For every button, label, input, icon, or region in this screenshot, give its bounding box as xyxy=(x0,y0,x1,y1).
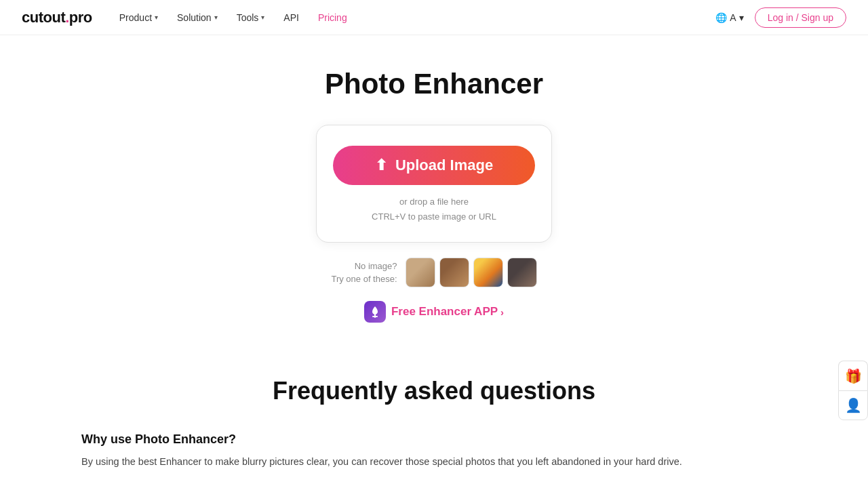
upload-box: ⬆ Upload Image or drop a file here CTRL+… xyxy=(316,125,552,243)
page-title: Photo Enhancer xyxy=(325,68,543,100)
nav-item-tools[interactable]: Tools ▾ xyxy=(237,12,265,23)
logo[interactable]: cutout.pro xyxy=(22,9,92,26)
sample-label: No image? Try one of these: xyxy=(331,260,397,286)
nav-item-product[interactable]: Product ▾ xyxy=(119,12,158,23)
language-selector[interactable]: 🌐 A ▾ xyxy=(715,12,743,23)
upload-image-button[interactable]: ⬆ Upload Image xyxy=(333,146,535,185)
chevron-down-icon: ▾ xyxy=(261,14,264,21)
login-button[interactable]: Log in / Sign up xyxy=(755,7,846,28)
nav-right: 🌐 A ▾ Log in / Sign up xyxy=(715,7,846,28)
sample-thumb-2[interactable] xyxy=(439,258,469,287)
hero-section: Photo Enhancer ⬆ Upload Image or drop a … xyxy=(0,35,868,336)
faq-title: Frequently asked questions xyxy=(81,377,787,405)
nav-item-solution[interactable]: Solution ▾ xyxy=(177,12,218,23)
app-link-label: Free Enhancer APP › xyxy=(391,305,504,319)
faq-answer-1: By using the best Enhancer to make blurr… xyxy=(81,453,787,470)
app-link-row[interactable]: Free Enhancer APP › xyxy=(364,301,504,323)
faq-section: Frequently asked questions Why use Photo… xyxy=(0,336,868,488)
side-buttons: 🎁 👤 xyxy=(838,361,868,420)
app-icon xyxy=(364,301,386,323)
sample-thumb-4[interactable] xyxy=(507,258,537,287)
chevron-down-icon: ▾ xyxy=(214,14,218,21)
sample-images-row: No image? Try one of these: xyxy=(331,258,536,287)
nav-item-api[interactable]: API xyxy=(283,12,299,23)
upload-hint: or drop a file here CTRL+V to paste imag… xyxy=(372,195,496,224)
navbar: cutout.pro Product ▾ Solution ▾ Tools ▾ … xyxy=(0,0,868,35)
chevron-down-icon: ▾ xyxy=(739,12,744,23)
upload-icon: ⬆ xyxy=(375,157,387,174)
arrow-icon: › xyxy=(500,306,504,318)
sample-thumb-1[interactable] xyxy=(406,258,435,287)
lang-label: A xyxy=(730,12,736,23)
sample-thumbnails xyxy=(406,258,537,287)
faq-item-1: Why use Photo Enhancer? By using the bes… xyxy=(81,432,787,470)
user-button[interactable]: 👤 xyxy=(838,390,868,420)
gift-button[interactable]: 🎁 xyxy=(838,361,868,390)
faq-question-1: Why use Photo Enhancer? xyxy=(81,432,787,447)
user-icon: 👤 xyxy=(845,397,862,413)
nav-item-pricing[interactable]: Pricing xyxy=(318,12,347,23)
globe-icon: 🌐 xyxy=(715,12,727,23)
chevron-down-icon: ▾ xyxy=(155,14,158,21)
gift-icon: 🎁 xyxy=(845,368,862,384)
nav-links: Product ▾ Solution ▾ Tools ▾ API Pricing xyxy=(119,12,716,23)
sample-thumb-3[interactable] xyxy=(473,258,503,287)
